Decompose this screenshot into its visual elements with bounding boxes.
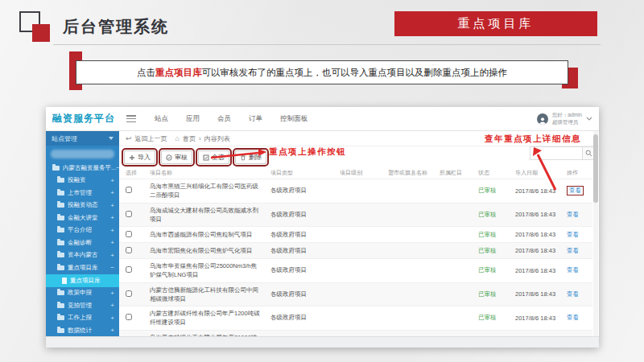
callout-highlight: 重点项目库: [155, 68, 202, 77]
table-header-row: 选择项目名称 项目类型项目级别 盟市或旗县名称所属栏目 状态导入日期 操作: [119, 167, 592, 179]
user-menu[interactable]: 您好：admin 超级管理员: [537, 112, 599, 125]
view-link[interactable]: 查看: [567, 186, 584, 195]
row-checkbox[interactable]: [126, 187, 132, 193]
folder-icon: [57, 253, 64, 257]
nav-tab-orders[interactable]: 订单: [240, 114, 271, 124]
home-icon: ⌂: [175, 134, 180, 142]
sidebar-item-platform-root[interactable]: 内蒙古融资服务平...−: [46, 162, 119, 175]
folder-icon: [57, 315, 64, 320]
scrollbar-track[interactable]: [593, 131, 598, 336]
chevron-down-icon[interactable]: [586, 117, 592, 121]
delete-button[interactable]: 删除: [235, 150, 266, 164]
status-badge: 已审核: [472, 288, 509, 301]
table-row: 乌海市西盛能源有限公司焦粒制气项目 各级政府项目 已审核 2017/8/6 18…: [119, 227, 592, 243]
plus-icon: [129, 154, 135, 161]
avatar-icon: [537, 113, 548, 125]
sidebar-item-listing-management[interactable]: 上市管理+: [46, 187, 119, 200]
sidebar-item-finance-diagnosis[interactable]: 金融诊断+: [46, 237, 119, 249]
blurred-site-name[interactable]: [51, 150, 114, 158]
sidebar-item-work-report[interactable]: 工作上报+: [46, 312, 119, 325]
row-checkbox[interactable]: [126, 314, 132, 320]
folder-icon: [57, 191, 64, 195]
table-row: 内蒙古建邦碳纤维有限公司年产1200吨碳纤维建设项目 各级政府项目 已审核 20…: [119, 306, 592, 331]
table-row: 乌海市宏阳焦化有限公司焦炉气化项目 各级政府项目 已审核 2017/8/6 18…: [119, 243, 592, 259]
table-row: 乌海成城交大建材有限公司高效能减水剂项目 各级政府项目 已审核 2017/8/6…: [119, 204, 592, 228]
sidebar-item-data-statistics[interactable]: 数据统计+: [46, 324, 119, 336]
toolbar: 导入 审核 全选 删除: [124, 150, 266, 164]
view-link[interactable]: 查看: [567, 211, 579, 218]
row-checkbox[interactable]: [126, 247, 132, 253]
row-checkbox[interactable]: [126, 211, 132, 217]
app-brand: 融资服务平台: [46, 112, 123, 125]
trash-icon: [240, 154, 246, 161]
sidebar-item-policy-declaration[interactable]: 政策申报+: [46, 287, 119, 300]
annotation-buttons-note: 重点项上操作按钮: [269, 146, 346, 158]
sidebar-item-platform-intro[interactable]: 平台介绍+: [46, 224, 119, 237]
sidebar-item-key-project-library-group[interactable]: 重点项目库−: [46, 261, 119, 274]
section-banner: 重点项目库: [394, 11, 597, 36]
callout-text: 点击重点项目库可以审核发布了的重点项上，也可以导入重点项目以及删除重点项上的操作: [137, 67, 507, 79]
view-link[interactable]: 查看: [567, 314, 579, 321]
search-input[interactable]: [530, 147, 582, 159]
row-checkbox[interactable]: [126, 290, 132, 297]
back-arrow-icon: ↩: [126, 134, 132, 142]
import-button[interactable]: 导入: [124, 150, 155, 164]
search-icon: [585, 150, 592, 157]
nav-tab-members[interactable]: 会员: [208, 114, 240, 124]
header-divider: [53, 44, 601, 45]
sidebar-item-financing-news[interactable]: 投融资动态+: [46, 200, 119, 212]
row-checkbox[interactable]: [126, 231, 132, 237]
user-role: 超级管理员: [552, 119, 579, 125]
document-icon: [62, 278, 67, 284]
table-row: 内蒙古信腾新能源化工科技有限公司中间相碳微球项目 各级政府项目 已审核 2017…: [119, 283, 592, 307]
status-badge: 已审核: [472, 245, 509, 257]
folder-icon: [57, 216, 64, 220]
folder-icon: [57, 328, 64, 333]
folder-icon: [57, 290, 64, 295]
table-row: 乌海市黑猫三兴精细化工有限公司医药级二萘酚项目 各级政府项目 已审核 2017/…: [119, 179, 592, 204]
sidebar-header-site-management[interactable]: 站点管理: [46, 131, 119, 146]
nav-tab-apps[interactable]: 应用: [177, 114, 208, 124]
sidebar-item-finance-lectures[interactable]: 金融大讲堂+: [46, 212, 119, 224]
sidebar-item-financing[interactable]: 投融资+: [46, 175, 119, 187]
sidebar-item-auction-management[interactable]: 竞拍管理+: [46, 299, 119, 312]
table-row: 乌海市华资煤焦有限公司25000Nm3/h焦炉煤气制LNG项目 各级政府项目 已…: [119, 259, 592, 283]
status-badge: 已审核: [472, 184, 509, 197]
nav-tab-site[interactable]: 站点: [146, 114, 177, 124]
nav-tab-dashboard[interactable]: 控制面板: [271, 114, 316, 124]
breadcrumb-separator: ›: [199, 135, 201, 142]
breadcrumb-home[interactable]: 首页: [183, 134, 196, 143]
callout-box: 点击重点项目库可以审核发布了的重点项上，也可以导入重点项目以及删除重点项上的操作: [76, 60, 568, 84]
projects-table: 选择项目名称 项目类型项目级别 盟市或旗县名称所属栏目 状态导入日期 操作 乌海…: [119, 167, 592, 336]
audit-button[interactable]: 审核: [161, 150, 192, 164]
page-title: 后台管理系统: [63, 16, 169, 38]
scrollbar-thumb[interactable]: [593, 134, 598, 203]
select-all-button[interactable]: 全选: [198, 150, 229, 164]
view-link[interactable]: 查看: [567, 247, 579, 254]
main-content: ↩ 返回上一页 ⌂ 首页 › 内容列表 导入 审核 全选: [119, 131, 599, 336]
folder-icon: [52, 166, 60, 171]
row-checkbox[interactable]: [126, 266, 132, 273]
audit-check-icon: [166, 154, 172, 161]
folder-icon: [57, 303, 64, 308]
folder-icon: [57, 265, 64, 270]
checked-square-icon: [203, 154, 209, 161]
folder-icon: [57, 203, 64, 208]
view-link[interactable]: 查看: [567, 290, 579, 298]
sidebar: 站点管理 内蒙古融资服务平...− 投融资+ 上市管理+ 投融资动态+ 金融大讲…: [46, 131, 119, 336]
status-badge: 已审核: [472, 208, 509, 221]
view-link[interactable]: 查看: [567, 266, 579, 274]
sidebar-item-key-project-library-active[interactable]: 重点项目库: [46, 274, 119, 287]
chevron-down-icon: [109, 137, 114, 140]
status-badge: 已审核: [472, 264, 509, 277]
sidebar-item-capital-neimenggu[interactable]: 资本内蒙古+: [46, 249, 119, 262]
table-row: 乌海亚东精细化工有限公司年产31000吨系列产品项目 各级政府项目 已审核 20…: [119, 331, 592, 337]
breadcrumb-back[interactable]: 返回上一页: [135, 134, 167, 143]
folder-icon: [57, 241, 64, 245]
view-link[interactable]: 查看: [567, 231, 579, 238]
folder-icon: [57, 178, 64, 183]
user-greeting: 您好：admin: [552, 112, 582, 117]
folder-icon: [57, 228, 64, 232]
app-topbar: 融资服务平台 站点 应用 会员 订单 控制面板 您好：admin 超级管理员: [46, 107, 599, 131]
hamburger-menu-icon[interactable]: [126, 115, 136, 122]
